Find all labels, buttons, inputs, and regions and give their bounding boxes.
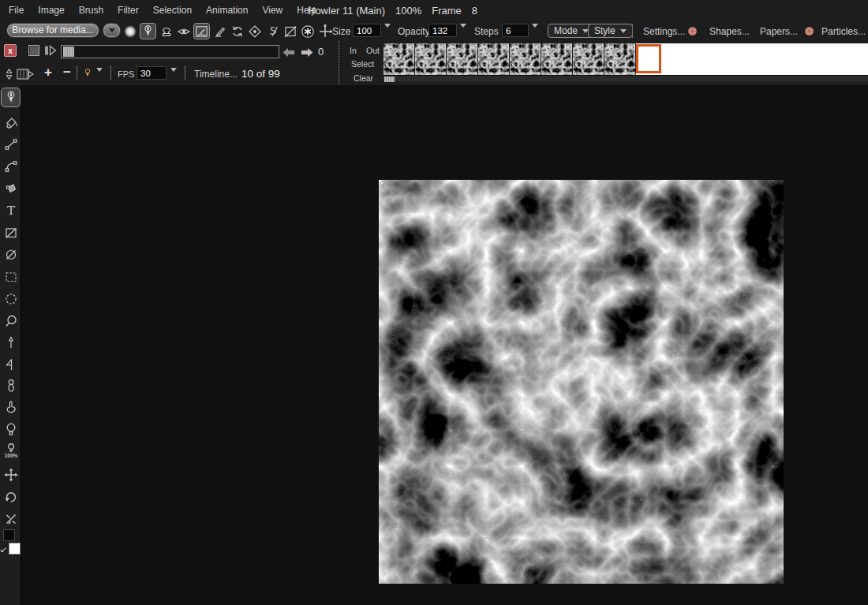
frame-thumbnail[interactable] [604, 43, 636, 75]
particle-burst-icon[interactable] [687, 26, 698, 36]
navigate-diamond-button[interactable] [246, 23, 263, 39]
tool-pick-up[interactable] [1, 332, 21, 352]
slashed-box-icon [3, 225, 19, 241]
timeline-filmstrip[interactable] [383, 43, 868, 75]
tool-move[interactable] [1, 465, 21, 484]
frame-seek-slider[interactable] [61, 45, 279, 58]
selected-frame-thumbnail[interactable] [636, 44, 661, 73]
select-button[interactable]: Select [351, 59, 374, 69]
browse-media-button[interactable]: Browse for media... [6, 23, 99, 38]
eye-toggle-button[interactable] [175, 23, 192, 39]
mode-label: Mode [554, 25, 578, 36]
move-cross-icon [3, 467, 19, 483]
steps-label: Steps [474, 26, 499, 37]
particles-button[interactable]: Particles... [821, 26, 866, 37]
filmstrip-advance-icon[interactable] [17, 68, 35, 80]
clone-stamp-button[interactable] [158, 23, 174, 39]
next-frame-arrow-icon[interactable] [301, 47, 314, 58]
tool-brush-bulb[interactable] [1, 88, 21, 107]
bulb-dropdown[interactable] [96, 72, 103, 86]
tool-rect-select[interactable] [1, 267, 21, 286]
tool-zoom[interactable] [1, 311, 21, 331]
tool-transform[interactable] [1, 178, 21, 198]
style-dropdown-button[interactable]: Style [588, 24, 633, 38]
background-color-swatch[interactable] [9, 543, 21, 555]
out-button[interactable]: Out [366, 46, 380, 55]
menu-brush[interactable]: Brush [72, 5, 110, 16]
tool-line[interactable] [1, 134, 21, 154]
filmstrip-scrollbar[interactable] [383, 75, 868, 82]
clear-button[interactable]: Clear [354, 73, 373, 83]
previous-frame-arrow-icon[interactable] [282, 47, 295, 58]
paint-canvas-image[interactable] [379, 180, 784, 584]
signature-scribble-button[interactable] [264, 23, 281, 39]
frame-thumbnail[interactable] [383, 43, 415, 75]
close-timeline-button[interactable]: x [4, 44, 17, 57]
frame-thumbnail[interactable] [478, 43, 510, 75]
tool-fill[interactable] [1, 112, 21, 132]
tool-flag-cursor[interactable] [1, 354, 21, 374]
frame-thumbnail[interactable] [573, 43, 604, 75]
step-play-icon[interactable] [44, 45, 58, 57]
browse-media-dropdown[interactable] [103, 23, 121, 38]
refresh-brush-button[interactable] [229, 23, 245, 39]
brush-preview-button[interactable] [122, 23, 138, 39]
signature-pen-icon [265, 24, 281, 39]
steps-input[interactable] [502, 24, 529, 37]
light-bulb-icon[interactable] [82, 66, 93, 80]
tool-ellipse-slash[interactable] [1, 245, 21, 264]
chevron-down-icon [170, 68, 177, 85]
tool-curve[interactable] [1, 156, 21, 176]
frame-thumbnail[interactable] [541, 43, 573, 75]
fps-input[interactable] [137, 66, 166, 80]
swap-colors-icon[interactable] [0, 546, 8, 554]
papers-button[interactable]: Papers... [760, 26, 798, 37]
tool-ellipse-select[interactable] [1, 289, 21, 308]
tool-lens[interactable] [1, 419, 21, 439]
sort-updown-icon[interactable] [3, 67, 15, 81]
pencil-tool-button[interactable] [211, 23, 228, 39]
particle-burst-icon[interactable] [804, 26, 814, 36]
menu-file[interactable]: File [2, 5, 31, 16]
menu-view[interactable]: View [255, 5, 290, 16]
timeline-button[interactable]: Timeline... [194, 69, 238, 80]
brush-blob-icon [122, 24, 138, 39]
tool-capsule-brush[interactable] [1, 375, 21, 395]
remove-frame-button[interactable]: − [60, 64, 74, 81]
menu-image[interactable]: Image [31, 5, 71, 16]
draw-mode-button[interactable] [193, 23, 210, 39]
pencil-box-icon [194, 24, 209, 39]
fps-dropdown[interactable] [170, 72, 177, 86]
align-crosshair-button[interactable] [316, 23, 333, 39]
size-dropdown[interactable] [384, 28, 391, 42]
tool-zoom-100[interactable]: 100% [1, 441, 21, 461]
filmstrip-scrollbar-thumb[interactable] [384, 77, 395, 82]
menu-selection[interactable]: Selection [146, 5, 199, 16]
tool-pan-hand[interactable] [1, 397, 21, 416]
add-frame-button[interactable]: + [41, 64, 55, 81]
tool-crop[interactable] [1, 222, 21, 242]
opacity-dropdown[interactable] [460, 28, 466, 42]
opacity-input[interactable] [428, 24, 457, 37]
in-button[interactable]: In [350, 46, 357, 55]
foreground-color-swatch[interactable] [3, 529, 15, 541]
frame-thumbnail[interactable] [447, 43, 478, 75]
settings-button[interactable]: Settings... [643, 26, 685, 37]
menu-filter[interactable]: Filter [110, 5, 146, 16]
menu-animation[interactable]: Animation [199, 5, 255, 16]
tool-scatter[interactable] [1, 509, 21, 528]
steps-dropdown[interactable] [532, 28, 538, 42]
canvas-workspace[interactable] [22, 85, 868, 605]
asterisk-button[interactable] [299, 23, 316, 39]
tool-undo[interactable] [1, 487, 21, 506]
brush-bulb-tool-button[interactable] [140, 23, 156, 39]
slash-box-button[interactable] [282, 23, 298, 39]
stop-button[interactable] [28, 45, 39, 56]
light-bulb-icon [140, 24, 155, 39]
seek-slider-thumb[interactable] [63, 47, 74, 57]
size-input[interactable] [353, 24, 381, 37]
frame-thumbnail[interactable] [510, 43, 541, 75]
tool-text[interactable]: T [1, 200, 21, 220]
frame-thumbnail[interactable] [415, 43, 447, 75]
shapes-button[interactable]: Shapes... [709, 26, 750, 37]
